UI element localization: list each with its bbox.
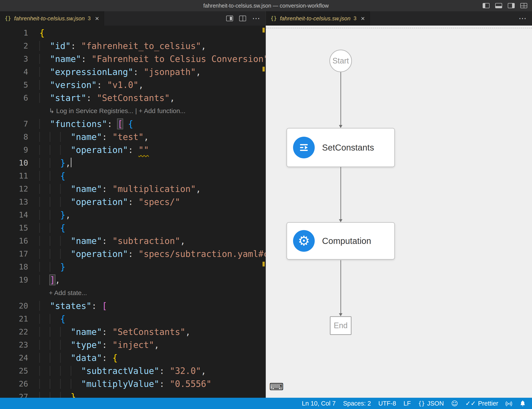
- line-number: [0, 286, 28, 299]
- layout-controls: [483, 0, 527, 11]
- line-number: 26: [0, 377, 28, 390]
- line-number: 16: [0, 234, 28, 247]
- code-line[interactable]: 2 "id": "fahrenheit_to_celsius",: [0, 39, 266, 52]
- line-number: 23: [0, 338, 28, 351]
- edge-computation-to-end: [341, 260, 341, 313]
- json-file-icon: {}: [271, 15, 277, 21]
- tab-json-editor[interactable]: {} fahrenheit-to-celsius.sw.json 3 ×: [0, 11, 104, 26]
- line-number: 20: [0, 299, 28, 312]
- status-indentation[interactable]: Spaces: 2: [343, 400, 371, 407]
- feedback-icon[interactable]: ☺: [451, 400, 458, 407]
- codelens-row[interactable]: + Add state...: [0, 286, 266, 299]
- code-line[interactable]: 26 "multiplyValue": "0.5556": [0, 377, 266, 390]
- end-node-label: End: [334, 321, 348, 330]
- more-actions-icon[interactable]: ⋯: [519, 16, 526, 21]
- toggle-panel-icon[interactable]: [495, 3, 502, 8]
- bell-icon[interactable]: [519, 400, 526, 407]
- code-line[interactable]: 9 "operation": "": [0, 143, 266, 156]
- problems-badge: 3: [88, 15, 91, 21]
- line-number: 25: [0, 364, 28, 377]
- code-line[interactable]: 18 }: [0, 260, 266, 273]
- line-number: 27: [0, 390, 28, 398]
- code-line[interactable]: 5 "version": "v1.0",: [0, 78, 266, 92]
- code-line[interactable]: 11 {: [0, 169, 266, 182]
- more-actions-icon[interactable]: ⋯: [252, 16, 260, 21]
- end-node[interactable]: End: [330, 316, 352, 335]
- status-encoding[interactable]: UTF-8: [378, 400, 396, 407]
- code-line[interactable]: 8 "name": "test",: [0, 130, 266, 143]
- preview-pane: {} fahrenheit-to-celsius.sw.json 3 × ⋯ S…: [266, 11, 532, 398]
- status-formatter[interactable]: ✓✓ Prettier: [465, 400, 498, 407]
- codelens-row[interactable]: ↳ Log in Service Registries... | + Add f…: [0, 104, 266, 117]
- line-number: [0, 104, 28, 117]
- status-eol[interactable]: LF: [403, 400, 411, 407]
- split-editor-icon[interactable]: [239, 16, 246, 21]
- check-icon: ✓✓: [465, 400, 476, 407]
- canvas-top-guide: [266, 28, 532, 28]
- line-number: 13: [0, 195, 28, 208]
- code-editor[interactable]: 1{2 "id": "fahrenheit_to_celsius",3 "nam…: [0, 26, 266, 398]
- broadcast-icon[interactable]: [505, 400, 512, 407]
- open-preview-side-icon[interactable]: [226, 16, 233, 21]
- window-title: fahrenheit-to-celsius.sw.json — conversi…: [203, 3, 329, 9]
- code-line[interactable]: 1{: [0, 27, 266, 39]
- overview-ruler-warning-mark: [262, 28, 265, 32]
- code-line[interactable]: 12 "name": "multiplication",: [0, 182, 266, 195]
- code-line[interactable]: 27 },: [0, 390, 266, 398]
- line-number: 4: [0, 65, 28, 78]
- code-line[interactable]: 3 "name": "Fahrenheit to Celsius Convers…: [0, 52, 266, 65]
- edge-setconstants-to-computation: [341, 167, 341, 219]
- code-line[interactable]: 10 },: [0, 156, 266, 169]
- status-language[interactable]: {} JSON: [418, 400, 444, 407]
- inject-icon: [293, 137, 315, 158]
- keyboard-icon[interactable]: ⌨: [269, 381, 284, 392]
- tab-filename: fahrenheit-to-celsius.sw.json: [280, 15, 351, 22]
- close-tab-icon[interactable]: ×: [361, 15, 365, 23]
- close-tab-icon[interactable]: ×: [95, 15, 99, 23]
- node-label: Computation: [322, 236, 371, 246]
- tab-actions: ⋯: [226, 11, 266, 26]
- code-line[interactable]: 7 "functions": [ {: [0, 117, 266, 130]
- line-number: 22: [0, 325, 28, 338]
- json-braces-icon: {}: [418, 400, 425, 407]
- code-line[interactable]: 19 ],: [0, 273, 266, 286]
- toggle-secondary-sidebar-icon[interactable]: [508, 3, 515, 8]
- code-line[interactable]: 13 "operation": "specs/": [0, 195, 266, 208]
- code-line[interactable]: 14 },: [0, 208, 266, 221]
- code-line[interactable]: 15 {: [0, 221, 266, 234]
- line-number: 15: [0, 221, 28, 234]
- gear-icon: ⚙: [293, 230, 315, 252]
- code-line[interactable]: 24 "data": {: [0, 351, 266, 364]
- code-line[interactable]: 4 "expressionLang": "jsonpath",: [0, 65, 266, 78]
- left-tab-bar: {} fahrenheit-to-celsius.sw.json 3 × ⋯: [0, 11, 266, 26]
- tab-workflow-preview[interactable]: {} fahrenheit-to-celsius.sw.json 3 ×: [266, 11, 370, 26]
- line-number: 14: [0, 208, 28, 221]
- line-number: 5: [0, 78, 28, 92]
- line-number: 17: [0, 247, 28, 260]
- toggle-sidebar-icon[interactable]: [483, 3, 490, 8]
- code-line[interactable]: 23 "type": "inject",: [0, 338, 266, 351]
- tab-actions: ⋯: [519, 11, 532, 26]
- code-line[interactable]: 17 "operation": "specs/subtraction.yaml#…: [0, 247, 266, 260]
- code-line[interactable]: 6 "start": "SetConstants",: [0, 92, 266, 104]
- start-node-label: Start: [333, 56, 349, 65]
- code-line[interactable]: 20 "states": [: [0, 299, 266, 312]
- code-line[interactable]: 22 "name": "SetConstants",: [0, 325, 266, 338]
- node-computation[interactable]: ⚙ Computation: [287, 222, 395, 260]
- right-tab-bar: {} fahrenheit-to-celsius.sw.json 3 × ⋯: [266, 11, 532, 26]
- node-label: SetConstants: [322, 143, 374, 152]
- problems-badge: 3: [354, 15, 356, 21]
- code-lines: 1{2 "id": "fahrenheit_to_celsius",3 "nam…: [0, 27, 266, 398]
- workflow-canvas[interactable]: Start SetConstants: [266, 26, 532, 398]
- editor-area: {} fahrenheit-to-celsius.sw.json 3 × ⋯ 1…: [0, 11, 532, 398]
- status-bar: Ln 10, Col 7 Spaces: 2 UTF-8 LF {} JSON …: [0, 398, 532, 409]
- status-cursor-position[interactable]: Ln 10, Col 7: [302, 400, 336, 407]
- title-bar: fahrenheit-to-celsius.sw.json — conversi…: [0, 0, 532, 11]
- code-line[interactable]: 25 "subtractValue": "32.0",: [0, 364, 266, 377]
- line-number: 1: [0, 27, 28, 39]
- start-node[interactable]: Start: [329, 50, 352, 72]
- code-line[interactable]: 21 {: [0, 312, 266, 325]
- code-line[interactable]: 16 "name": "subtraction",: [0, 234, 266, 247]
- node-setconstants[interactable]: SetConstants: [287, 128, 395, 167]
- customize-layout-icon[interactable]: [520, 3, 527, 8]
